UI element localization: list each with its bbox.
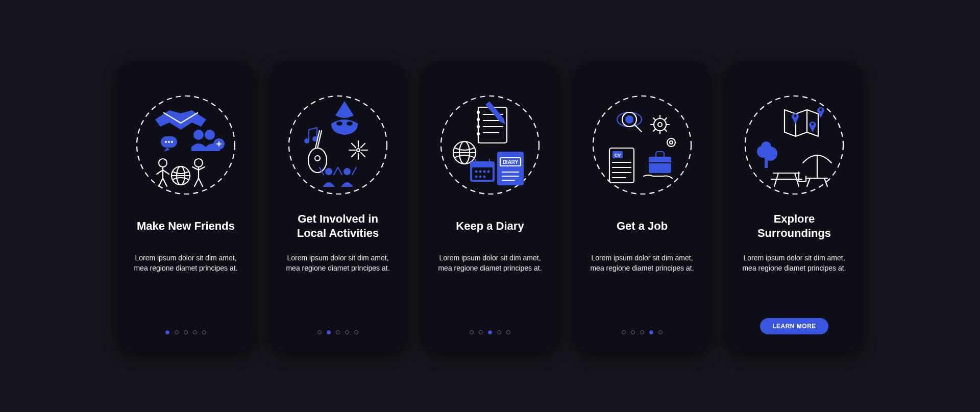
- svg-point-1: [193, 130, 204, 140]
- svg-line-44: [352, 153, 356, 157]
- svg-point-71: [475, 170, 478, 173]
- onboarding-card-explore: Explore Surroundings Lorem ipsum dolor s…: [726, 61, 863, 352]
- svg-point-74: [487, 170, 490, 173]
- pager-dot[interactable]: [165, 330, 169, 334]
- svg-point-27: [347, 122, 353, 126]
- pager-dot[interactable]: [506, 330, 510, 334]
- svg-point-72: [479, 170, 482, 173]
- card-title: Get a Job: [617, 212, 668, 240]
- activities-icon: [284, 91, 391, 199]
- friends-icon: [132, 91, 239, 199]
- svg-point-46: [325, 168, 332, 175]
- card-description: Lorem ipsum dolor sit dim amet, mea regi…: [436, 253, 544, 330]
- onboarding-card-friends: Make New Friends Lorem ipsum dolor sit d…: [117, 61, 254, 352]
- svg-line-127: [807, 178, 810, 186]
- onboarding-card-activities: Get Involved in Local Activities Lorem i…: [270, 61, 406, 352]
- svg-point-16: [194, 159, 203, 167]
- pager-dot[interactable]: [479, 330, 483, 334]
- svg-point-115: [820, 108, 822, 111]
- pager-dot[interactable]: [640, 330, 644, 334]
- pager-dot[interactable]: [470, 330, 474, 334]
- pager-dot[interactable]: [327, 330, 331, 334]
- card-title: Explore Surroundings: [740, 212, 848, 240]
- svg-point-75: [475, 175, 478, 178]
- svg-line-49: [334, 167, 338, 175]
- explore-icon: [741, 91, 848, 199]
- svg-line-43: [361, 143, 365, 148]
- diary-icon: DIARY: [436, 91, 544, 199]
- learn-more-button[interactable]: LEARN MORE: [760, 318, 828, 334]
- svg-line-42: [352, 143, 356, 148]
- svg-line-14: [159, 178, 163, 186]
- pagination-dots: [165, 330, 206, 334]
- pager-dot[interactable]: [488, 330, 492, 334]
- pager-dot[interactable]: [202, 330, 206, 334]
- pagination-dots: [622, 330, 663, 334]
- pager-dot[interactable]: [622, 330, 626, 334]
- card-description: Lorem ipsum dolor sit dim amet, mea regi…: [284, 253, 392, 330]
- svg-rect-63: [485, 101, 504, 122]
- svg-point-77: [483, 175, 486, 178]
- pager-dot[interactable]: [497, 330, 501, 334]
- card-description: Lorem ipsum dolor sit dim amet, mea regi…: [740, 253, 848, 318]
- svg-point-113: [794, 114, 797, 117]
- svg-point-7: [165, 141, 167, 143]
- svg-line-98: [665, 129, 667, 131]
- svg-text:DIARY: DIARY: [503, 159, 519, 165]
- job-icon: CV: [589, 91, 696, 199]
- svg-point-100: [670, 141, 673, 144]
- pager-dot[interactable]: [193, 330, 197, 334]
- svg-line-12: [157, 170, 163, 174]
- svg-line-96: [665, 118, 667, 120]
- pager-dot[interactable]: [658, 330, 663, 334]
- pager-dot[interactable]: [184, 330, 188, 334]
- svg-line-20: [194, 178, 199, 186]
- svg-line-97: [653, 129, 655, 131]
- pager-dot[interactable]: [336, 330, 340, 334]
- svg-point-34: [315, 156, 320, 161]
- svg-line-51: [352, 167, 356, 175]
- svg-line-128: [824, 178, 827, 186]
- svg-point-90: [658, 123, 662, 127]
- svg-point-86: [625, 115, 633, 124]
- svg-text:CV: CV: [615, 153, 621, 158]
- svg-point-25: [289, 96, 387, 194]
- pager-dot[interactable]: [631, 330, 635, 334]
- pager-dot[interactable]: [345, 330, 349, 334]
- svg-point-10: [159, 159, 167, 167]
- svg-line-88: [634, 125, 642, 132]
- svg-line-95: [653, 118, 655, 120]
- svg-point-8: [168, 141, 170, 143]
- svg-rect-119: [765, 158, 768, 168]
- svg-point-9: [171, 141, 173, 143]
- svg-rect-68: [472, 167, 493, 180]
- card-title: Keep a Diary: [456, 212, 524, 240]
- svg-point-76: [479, 175, 482, 178]
- pagination-dots: [470, 330, 510, 334]
- card-title: Get Involved in Local Activities: [284, 212, 392, 240]
- pager-dot[interactable]: [317, 330, 322, 334]
- svg-point-2: [205, 130, 215, 140]
- pager-dot[interactable]: [175, 330, 179, 334]
- onboarding-card-diary: DIARY Keep a Diary Lorem ipsum dolor sit…: [422, 61, 558, 352]
- svg-point-114: [812, 123, 814, 125]
- svg-point-37: [357, 149, 360, 152]
- svg-point-73: [483, 170, 486, 173]
- svg-line-32: [309, 128, 317, 130]
- pager-dot[interactable]: [354, 330, 358, 334]
- pagination-dots: [317, 330, 358, 334]
- pager-dot[interactable]: [649, 330, 653, 334]
- svg-line-21: [199, 178, 203, 186]
- svg-line-13: [163, 170, 169, 174]
- svg-line-48: [320, 167, 324, 175]
- card-title: Make New Friends: [137, 212, 235, 240]
- svg-line-15: [163, 178, 167, 186]
- svg-point-84: [593, 96, 691, 194]
- onboarding-card-job: CV Get a Job Lorem ipsum dolor sit dim a…: [574, 61, 710, 352]
- svg-line-45: [361, 153, 365, 157]
- svg-rect-108: [649, 157, 671, 173]
- card-description: Lorem ipsum dolor sit dim amet, mea regi…: [588, 253, 696, 330]
- card-description: Lorem ipsum dolor sit dim amet, mea regi…: [132, 253, 240, 330]
- svg-line-50: [338, 167, 342, 175]
- svg-point-99: [667, 138, 675, 147]
